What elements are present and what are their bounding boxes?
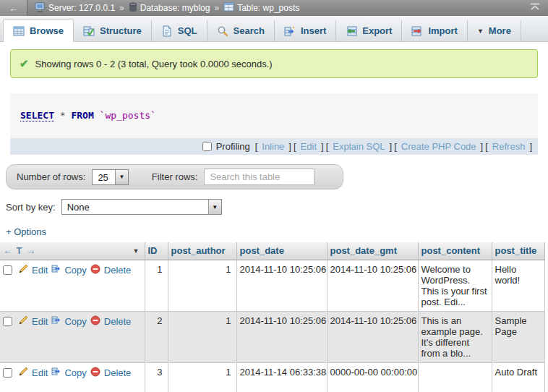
- collapse-panel-button[interactable]: [529, 3, 541, 13]
- insert-icon: [284, 25, 296, 37]
- bracket: [: [485, 141, 488, 152]
- breadcrumb-database-label: Database: myblog: [140, 3, 210, 13]
- edit-icon: [19, 367, 28, 378]
- tab-browse-label: Browse: [30, 25, 64, 36]
- edit-link[interactable]: Edit: [32, 367, 48, 378]
- cell-post-author: 1: [168, 362, 236, 392]
- tab-export[interactable]: Export: [336, 20, 402, 41]
- sort-caret-icon[interactable]: ▼: [133, 247, 142, 255]
- cell-post-content: Welcome to WordPress. This is your first…: [418, 260, 492, 311]
- success-check-icon: ✔: [20, 57, 29, 70]
- filter-rows-input[interactable]: [204, 169, 314, 185]
- copy-link[interactable]: Copy: [64, 265, 86, 276]
- edit-link[interactable]: Edit: [32, 265, 48, 276]
- search-icon: [217, 25, 228, 37]
- table-row: Edit Copy Delete 3 1 2014-11-14 06:33:38…: [0, 362, 544, 392]
- table-row: Edit Copy Delete 1 1 2014-11-10 10:25:06…: [0, 260, 544, 311]
- breadcrumb: Server: 127.0.0.1 » Database: myblog » T…: [27, 2, 299, 14]
- inline-link[interactable]: Inline: [260, 141, 286, 152]
- column-header-id[interactable]: ID: [145, 242, 168, 260]
- bracket: ]: [288, 141, 291, 152]
- column-header-post-title[interactable]: post_title: [492, 242, 544, 260]
- tab-search-label: Search: [234, 25, 265, 36]
- filter-rows-label: Filter rows:: [152, 171, 198, 182]
- explain-sql-link[interactable]: Explain SQL: [330, 141, 387, 152]
- cell-id: 3: [145, 362, 168, 392]
- results-table: ← T → ▼ ID post_author post_date post_da…: [0, 242, 545, 392]
- browse-icon: [13, 25, 25, 37]
- sort-by-key-label: Sort by key:: [6, 202, 56, 213]
- number-of-rows-select[interactable]: 25 ▼: [92, 169, 128, 185]
- number-of-rows-label: Number of rows:: [17, 171, 85, 182]
- column-header-post-content[interactable]: post_content: [418, 242, 492, 260]
- server-icon: [35, 2, 46, 14]
- row-checkbox[interactable]: [3, 368, 12, 378]
- create-php-code-link[interactable]: Create PHP Code: [399, 141, 479, 152]
- tab-insert[interactable]: Insert: [275, 20, 336, 41]
- tab-browse[interactable]: Browse: [3, 19, 74, 42]
- cell-post-date-gmt: 2014-11-10 10:25:06: [327, 260, 418, 311]
- sort-by-key-value: None: [62, 200, 208, 214]
- tab-more-label: More: [489, 25, 511, 36]
- edit-icon: [19, 315, 28, 327]
- cell-post-date: 2014-11-10 10:25:06: [236, 260, 327, 311]
- column-header-post-author[interactable]: post_author: [168, 242, 236, 260]
- bracket: ]: [390, 141, 393, 152]
- dropdown-arrow-icon: ▼: [115, 170, 128, 184]
- sql-star: *: [60, 110, 66, 121]
- edit-query-link[interactable]: Edit: [299, 141, 319, 152]
- row-checkbox[interactable]: [3, 265, 12, 275]
- cell-post-title: Auto Draft: [492, 362, 544, 392]
- sql-keyword-from: FROM: [71, 110, 93, 121]
- profiling-label: Profiling: [216, 141, 250, 152]
- import-icon: [411, 25, 423, 37]
- column-header-post-date-gmt[interactable]: post_date_gmt: [327, 242, 418, 260]
- breadcrumb-table[interactable]: Table: wp_posts: [223, 2, 299, 14]
- row-checkbox[interactable]: [3, 317, 12, 326]
- sort-by-key-select[interactable]: None ▼: [61, 199, 222, 215]
- copy-link[interactable]: Copy: [64, 367, 86, 378]
- cell-post-title: Sample Page: [492, 311, 544, 362]
- tab-sql[interactable]: SQL: [152, 20, 207, 41]
- cell-id: 2: [145, 311, 168, 362]
- cell-post-date: 2014-11-14 06:33:38: [236, 362, 327, 392]
- cell-post-date-gmt: 2014-11-10 10:25:06: [327, 311, 418, 362]
- dropdown-arrow-icon: ▼: [208, 200, 221, 214]
- refresh-link[interactable]: Refresh: [490, 141, 528, 152]
- breadcrumb-table-label: Table: wp_posts: [237, 3, 299, 13]
- copy-link[interactable]: Copy: [64, 316, 86, 327]
- delete-link[interactable]: Delete: [104, 265, 132, 276]
- delete-link[interactable]: Delete: [104, 316, 132, 327]
- delete-link[interactable]: Delete: [104, 367, 132, 378]
- profiling-checkbox[interactable]: [202, 142, 212, 151]
- cell-post-date-gmt: 0000-00-00 00:00:00: [327, 362, 418, 392]
- copy-icon: [51, 315, 61, 327]
- bracket: ]: [529, 141, 532, 152]
- query-toolbar: Profiling [ Inline ] [ Edit ] [ Explain …: [10, 138, 538, 155]
- more-caret-icon: ▼: [477, 27, 484, 35]
- table-row: Edit Copy Delete 2 1 2014-11-10 10:25:06…: [0, 311, 544, 362]
- table-icon: [223, 2, 234, 14]
- edit-link[interactable]: Edit: [32, 316, 48, 327]
- number-of-rows-value: 25: [93, 170, 114, 184]
- breadcrumb-server[interactable]: Server: 127.0.0.1: [35, 2, 115, 14]
- row-actions: Edit Copy Delete: [3, 367, 142, 379]
- sql-table-name: `wp_posts`: [100, 110, 156, 121]
- table-header-row: ← T → ▼ ID post_author post_date post_da…: [0, 242, 544, 260]
- bracket: ]: [481, 141, 484, 152]
- column-options-header[interactable]: ← T → ▼: [0, 242, 145, 260]
- tab-import[interactable]: Import: [402, 20, 467, 41]
- column-header-post-date[interactable]: post_date: [236, 242, 327, 260]
- tab-search[interactable]: Search: [207, 20, 275, 41]
- sql-keyword-select: SELECT: [20, 110, 54, 122]
- tab-more[interactable]: ▼ More: [468, 20, 521, 41]
- back-button[interactable]: ←: [0, 0, 27, 16]
- bracket: [: [294, 141, 296, 152]
- bracket: ]: [321, 141, 324, 152]
- status-message-text: Showing rows 0 - 2 (3 total, Query took …: [35, 59, 273, 69]
- delete-icon: [90, 367, 100, 379]
- tab-structure[interactable]: Structure: [74, 20, 152, 41]
- options-toggle-link[interactable]: + Options: [6, 226, 46, 237]
- sql-icon: [161, 25, 173, 37]
- breadcrumb-database[interactable]: Database: myblog: [129, 2, 210, 14]
